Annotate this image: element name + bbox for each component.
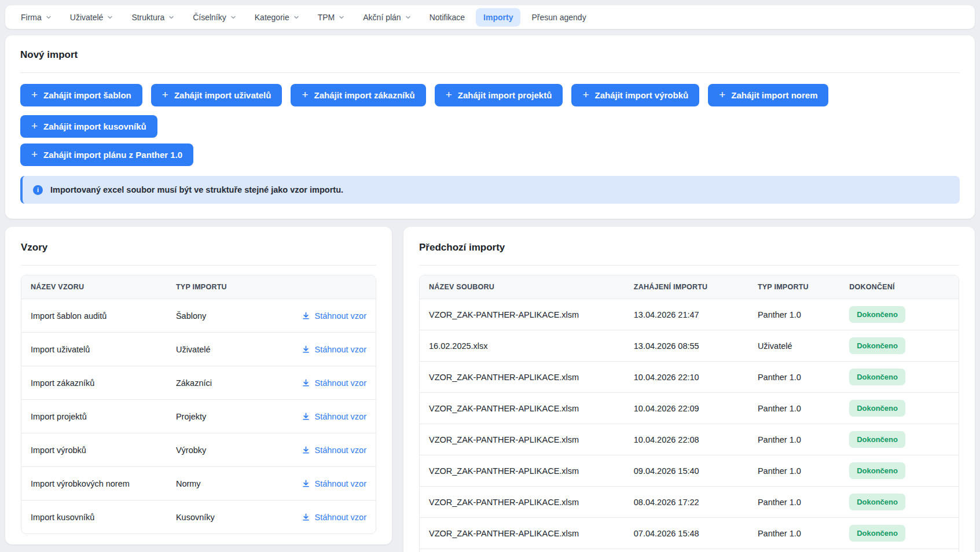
status-badge: Dokončeno: [849, 400, 905, 417]
table-row: Import projektů Projekty Stáhnout vzor: [21, 399, 376, 433]
table-row: Import výrobků Výrobky Stáhnout vzor: [21, 433, 376, 466]
status-badge: Dokončeno: [849, 494, 905, 510]
import-started-at: 13.04.2026 21:47: [625, 299, 748, 330]
nav-item-label: Uživatelé: [70, 13, 104, 22]
start-import-button[interactable]: + Zahájit import kusovníků: [20, 115, 157, 138]
nav-item[interactable]: Číselníky: [185, 8, 244, 27]
start-import-button[interactable]: + Zahájit import norem: [708, 84, 828, 106]
templates-title: Vzory: [21, 242, 376, 253]
template-type: Normy: [167, 467, 284, 500]
info-banner: i Importovaný excel soubor musí být ve s…: [20, 176, 960, 204]
import-type: Panther 1.0: [748, 455, 840, 486]
download-template-link[interactable]: Stáhnout vzor: [302, 345, 366, 354]
start-import-button[interactable]: + Zahájit import plánu z Panther 1.0: [20, 143, 193, 166]
column-header: TYP IMPORTU: [167, 275, 284, 299]
column-header: NÁZEV SOUBORU: [420, 275, 625, 299]
status-badge: Dokončeno: [849, 431, 905, 448]
divider: [21, 265, 376, 266]
start-import-button-label: Zahájit import projektů: [458, 90, 552, 100]
start-import-button-label: Zahájit import plánu z Panther 1.0: [43, 150, 182, 160]
download-icon: [302, 513, 310, 521]
history-table-body: VZOR_ZAK-PANTHER-APLIKACE.xlsm 13.04.202…: [420, 299, 959, 552]
download-icon: [302, 412, 310, 421]
import-file-name: VZOR_ZAK-PANTHER-APLIKACE.xlsm: [420, 424, 625, 455]
nav-item-label: Struktura: [131, 13, 164, 22]
table-row: Import šablon auditů Šablony Stáhnout vz…: [21, 299, 376, 332]
start-import-button[interactable]: + Zahájit import zákazníků: [291, 84, 425, 106]
nav-item[interactable]: Přesun agendy: [524, 8, 593, 27]
plus-icon: +: [31, 89, 38, 100]
download-link-label: Stáhnout vzor: [315, 412, 366, 421]
nav-item[interactable]: Uživatelé: [63, 8, 121, 27]
divider: [419, 265, 959, 266]
table-row: VZOR_ZAK-PANTHER-APLIKACE.xlsm 09.04.202…: [420, 455, 959, 486]
templates-table-body: Import šablon auditů Šablony Stáhnout vz…: [21, 299, 376, 533]
start-import-button-label: Zahájit import výrobků: [594, 90, 688, 100]
download-template-link[interactable]: Stáhnout vzor: [302, 378, 366, 388]
template-name: Import výrobků: [21, 433, 167, 466]
download-template-link[interactable]: Stáhnout vzor: [302, 412, 366, 421]
new-import-card: Nový import + Zahájit import šablon + Za…: [5, 35, 975, 219]
status-badge: Dokončeno: [849, 306, 905, 323]
template-name: Import zákazníků: [21, 366, 167, 399]
template-type: Uživatelé: [167, 333, 284, 366]
import-file-name: VZOR_ZAK-PANTHER-APLIKACE.xlsm: [420, 549, 625, 552]
nav-item-label: Notifikace: [430, 13, 465, 22]
import-started-at: 09.04.2026 15:40: [625, 455, 748, 486]
chevron-down-icon: [293, 14, 299, 20]
status-badge: Dokončeno: [849, 369, 905, 385]
template-type: Projekty: [167, 400, 284, 433]
chevron-down-icon: [339, 14, 344, 20]
divider: [20, 72, 960, 73]
nav-item[interactable]: TPM: [310, 8, 353, 27]
table-row: 16.02.2025.xlsx 13.04.2026 08:55 Uživate…: [420, 330, 959, 361]
chevron-down-icon: [46, 14, 52, 20]
start-import-button[interactable]: + Zahájit import výrobků: [571, 84, 699, 106]
chevron-down-icon: [107, 14, 113, 20]
chevron-down-icon: [405, 14, 411, 20]
nav-item[interactable]: Kategorie: [247, 8, 307, 27]
import-started-at: 10.04.2026 22:10: [625, 362, 748, 392]
import-type: Panther 1.0: [748, 424, 840, 455]
nav-item[interactable]: Notifikace: [422, 8, 472, 27]
import-type: Panther 1.0: [748, 549, 840, 552]
info-icon: i: [33, 185, 43, 195]
download-icon: [302, 479, 310, 488]
nav-item-label: Přesun agendy: [531, 13, 586, 22]
plus-icon: +: [302, 89, 308, 100]
template-type: Výrobky: [167, 433, 284, 466]
nav-item[interactable]: Akční plán: [355, 8, 418, 27]
import-started-at: 07.04.2026 15:48: [625, 518, 748, 549]
nav-item[interactable]: Struktura: [124, 8, 182, 27]
import-file-name: VZOR_ZAK-PANTHER-APLIKACE.xlsm: [420, 393, 625, 424]
import-type: Panther 1.0: [748, 299, 840, 330]
plus-icon: +: [719, 89, 725, 100]
import-buttons-row-2: + Zahájit import plánu z Panther 1.0: [20, 143, 960, 166]
start-import-button[interactable]: + Zahájit import uživatelů: [151, 84, 282, 106]
download-template-link[interactable]: Stáhnout vzor: [302, 513, 366, 522]
column-header: NÁZEV VZORU: [21, 275, 167, 299]
start-import-button[interactable]: + Zahájit import projektů: [435, 84, 563, 106]
import-started-at: 02.04.2026 16:51: [625, 549, 748, 552]
download-template-link[interactable]: Stáhnout vzor: [302, 446, 366, 455]
import-file-name: VZOR_ZAK-PANTHER-APLIKACE.xlsm: [420, 455, 625, 486]
start-import-button[interactable]: + Zahájit import šablon: [20, 84, 142, 106]
table-row: VZOR_ZAK-PANTHER-APLIKACE.xlsm 08.04.202…: [420, 486, 959, 517]
template-type: Šablony: [167, 299, 284, 332]
table-row: VZOR_ZAK-PANTHER-APLIKACE.xlsm 07.04.202…: [420, 517, 959, 549]
import-file-name: 16.02.2025.xlsx: [420, 330, 625, 361]
table-row: VZOR_ZAK-PANTHER-APLIKACE.xlsm 10.04.202…: [420, 361, 959, 392]
nav-item[interactable]: Firma: [13, 8, 59, 27]
history-table: NÁZEV SOUBORU ZAHÁJENÍ IMPORTU TYP IMPOR…: [419, 275, 959, 552]
history-title: Předchozí importy: [419, 242, 959, 253]
info-banner-text: Importovaný excel soubor musí být ve str…: [50, 185, 343, 194]
download-template-link[interactable]: Stáhnout vzor: [302, 311, 366, 321]
download-template-link[interactable]: Stáhnout vzor: [302, 479, 366, 488]
history-card: Předchozí importy NÁZEV SOUBORU ZAHÁJENÍ…: [403, 227, 975, 552]
nav-item-label: Číselníky: [193, 13, 226, 22]
nav-item-label: Kategorie: [255, 13, 289, 22]
table-row: VZOR_ZAK-PANTHER-APLIKACE.xlsm 13.04.202…: [420, 299, 959, 330]
import-started-at: 10.04.2026 22:08: [625, 424, 748, 455]
import-type: Panther 1.0: [748, 518, 840, 549]
nav-item[interactable]: Importy: [476, 8, 520, 27]
